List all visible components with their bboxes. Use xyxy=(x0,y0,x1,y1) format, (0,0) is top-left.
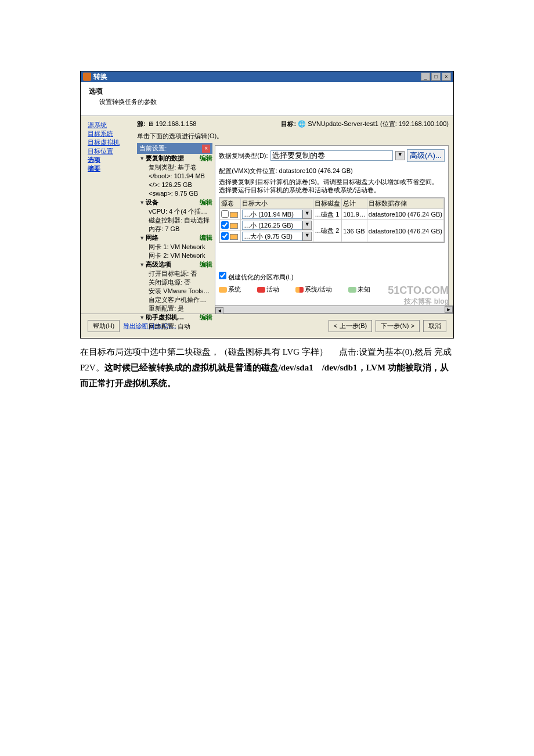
page-title: 选项 xyxy=(89,87,445,96)
store-cell: datastore100 (476.24 GB) xyxy=(367,209,443,220)
dest-label: 目标: xyxy=(281,120,296,127)
horizontal-scrollbar[interactable]: ◄ ► xyxy=(215,305,453,314)
close-button[interactable]: × xyxy=(442,73,451,81)
disk-cell: …磁盘 1 xyxy=(313,209,342,220)
store-cell: datastore100 (476.24 GB) xyxy=(367,220,443,242)
help-line-1: 选择要复制到目标计算机的源卷(S)。请调整目标磁盘大小以增加或节省空间。 xyxy=(219,178,445,186)
disk-icon xyxy=(230,234,238,240)
instruction-text: 单击下面的选项进行编辑(O)。 xyxy=(137,132,449,141)
nav-summary[interactable]: 摘要 xyxy=(88,164,130,173)
header-panel: 选项 设置转换任务的参数 xyxy=(81,82,453,116)
vol-checkbox-1[interactable] xyxy=(221,210,229,218)
src-label: 源: xyxy=(137,120,146,127)
setting-item: 安装 VMware Tools… xyxy=(139,287,212,296)
nav-target-system[interactable]: 目标系统 xyxy=(88,129,130,138)
disk-cell: …磁盘 2 xyxy=(313,220,342,242)
next-button[interactable]: 下一步(N) > xyxy=(376,320,420,332)
vol-checkbox-3[interactable] xyxy=(221,232,229,240)
config-location: 配置(VMX)文件位置: datastore100 (476.24 GB) xyxy=(219,167,445,175)
options-panel: 数据复制类型(D): ▼ 高级(A)... 配置(VMX)文件位置: datas… xyxy=(215,145,449,310)
setting-item: 复制类型: 基于卷 xyxy=(139,163,212,172)
col-source-vol: 源卷 xyxy=(220,199,241,209)
scroll-left-icon[interactable]: ◄ xyxy=(215,307,223,314)
help-line-2: 选择要运行目标计算机的系统卷和活动卷或系统/活动卷。 xyxy=(219,186,445,194)
scroll-right-icon[interactable]: ► xyxy=(445,306,453,313)
nav-options[interactable]: 选项 xyxy=(88,156,130,164)
titlebar: 转换 _ □ × xyxy=(81,71,453,82)
edit-link[interactable]: 编辑 xyxy=(200,233,212,243)
dropdown-icon[interactable]: ▼ xyxy=(302,210,312,219)
setting-item: 重新配置: 是 xyxy=(139,304,212,313)
right-area: 源: 🖥 192.168.1.158 目标: 🌐 SVNUpdate-Serve… xyxy=(137,116,453,314)
globe-icon: 🌐 xyxy=(298,120,306,127)
data-type-label: 数据复制类型(D): xyxy=(219,152,268,160)
edit-link[interactable]: 编辑 xyxy=(200,154,212,163)
col-total: 总计 xyxy=(342,199,367,209)
total-cell: 136 GB xyxy=(342,220,367,242)
settings-title: 当前设置: xyxy=(139,144,167,153)
disk-icon xyxy=(230,223,238,229)
disk-icon xyxy=(230,212,238,218)
setting-item: 网卡 1: VM Network xyxy=(139,243,212,251)
panel-close-icon[interactable]: × xyxy=(202,145,210,153)
size-input-3[interactable] xyxy=(242,232,302,241)
legend-swatch-system xyxy=(219,287,227,293)
help-button[interactable]: 帮助(H) xyxy=(88,320,120,332)
back-button[interactable]: < 上一步(B) xyxy=(329,320,372,332)
dest-value: SVNUpdate-Server-test1 (位置: 192.168.100.… xyxy=(308,120,449,127)
nav-source[interactable]: 源系统 xyxy=(88,121,130,129)
dropdown-icon[interactable]: ▼ xyxy=(302,221,312,230)
total-cell: 101.9… xyxy=(342,209,367,220)
setting-item: 网卡 2: VM Network xyxy=(139,251,212,260)
vol-checkbox-2[interactable] xyxy=(221,221,229,229)
setting-item: </boot>: 101.94 MB xyxy=(139,172,212,181)
table-row[interactable]: ▼ …磁盘 1 101.9… datastore100 (476.24 GB) xyxy=(220,209,444,220)
advanced-button[interactable]: 高级(A)... xyxy=(407,149,445,162)
setting-item: <swap>: 9.75 GB xyxy=(139,189,212,198)
restore-button[interactable]: □ xyxy=(431,73,441,81)
dropdown-icon[interactable]: ▼ xyxy=(395,151,405,160)
nav-target-vm[interactable]: 目标虚拟机 xyxy=(88,138,130,147)
setting-item: </>: 126.25 GB xyxy=(139,181,212,189)
setting-item: 自定义客户机操作… xyxy=(139,296,212,304)
setting-item: vCPU: 4 个(4 个插… xyxy=(139,207,212,216)
legend-swatch-unknown xyxy=(348,287,356,293)
optimized-layout-checkbox[interactable]: 创建优化的分区布局(L) xyxy=(219,273,294,280)
app-icon xyxy=(83,73,91,81)
dropdown-icon[interactable]: ▼ xyxy=(302,232,312,241)
edit-link[interactable]: 编辑 xyxy=(200,260,212,269)
legend-swatch-sysact xyxy=(295,287,304,293)
table-row[interactable]: ▼ …磁盘 2 136 GB datastore100 (476.24 GB) xyxy=(220,220,444,231)
setting-item: 关闭源电源: 否 xyxy=(139,278,212,287)
edit-link[interactable]: 编辑 xyxy=(200,198,212,207)
col-target-size: 目标大小 xyxy=(241,199,313,209)
setting-item: 打开目标电源: 否 xyxy=(139,269,212,278)
setting-item: 网络配置: 自动 xyxy=(139,322,212,331)
cancel-button[interactable]: 取消 xyxy=(423,320,446,332)
window-title: 转换 xyxy=(93,72,107,82)
size-input-2[interactable] xyxy=(242,221,302,230)
legend-swatch-active xyxy=(257,287,265,293)
size-input-1[interactable] xyxy=(242,210,302,219)
converter-window: 转换 _ □ × 选项 设置转换任务的参数 源系统 目标系统 目标虚拟机 目标位… xyxy=(80,71,454,339)
col-target-disk: 目标磁盘 xyxy=(313,199,342,209)
current-settings: 当前设置: × ▼要复制的数据编辑复制类型: 基于卷</boot>: 101.9… xyxy=(137,143,212,331)
document-text: 在目标布局选项中选中第二块磁盘，（磁盘图标具有 LVG 字样） 点击:设置为基本… xyxy=(80,344,454,391)
legend: 系统 活动 系统/活动 未知 xyxy=(219,285,445,294)
minimize-button[interactable]: _ xyxy=(421,73,430,81)
setting-item: 磁盘控制器: 自动选择 xyxy=(139,216,212,225)
data-type-select[interactable] xyxy=(270,150,394,161)
volume-table: 源卷 目标大小 目标磁盘 总计 目标数据存储 ▼ …磁盘 1 101.9… da… xyxy=(219,197,445,243)
page-subtitle: 设置转换任务的参数 xyxy=(99,98,445,106)
edit-link[interactable]: 编辑 xyxy=(200,313,212,322)
col-target-store: 目标数据存储 xyxy=(367,199,443,209)
src-value: 192.168.1.158 xyxy=(156,120,196,127)
setting-item: 内存: 7 GB xyxy=(139,225,212,233)
wizard-nav: 源系统 目标系统 目标虚拟机 目标位置 选项 摘要 xyxy=(81,116,137,314)
nav-target-location[interactable]: 目标位置 xyxy=(88,147,130,156)
